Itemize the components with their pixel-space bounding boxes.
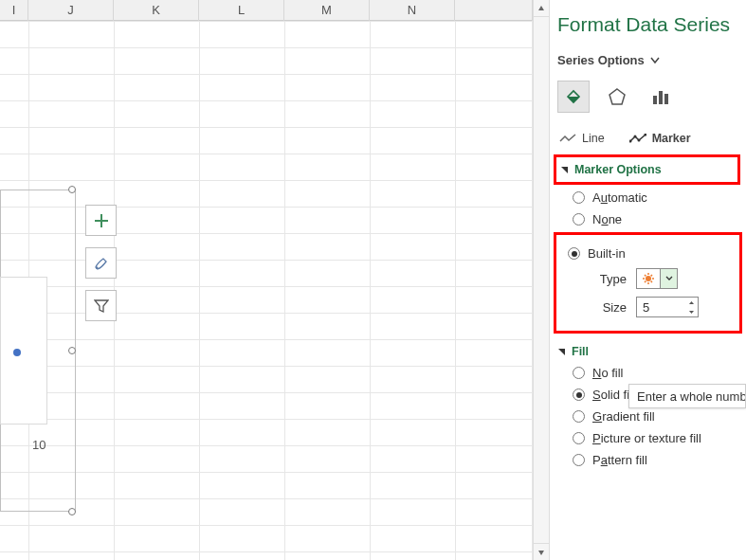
spreadsheet: I J K L M N — [0, 0, 533, 560]
chart-elements-button[interactable] — [85, 205, 117, 236]
radio-icon — [573, 367, 585, 379]
chevron-down-icon — [688, 310, 695, 315]
marker-none-label: None — [592, 212, 622, 226]
pentagon-icon — [608, 87, 627, 106]
svg-point-4 — [633, 135, 636, 138]
marker-type-label: Type — [591, 272, 627, 286]
marker-size-input[interactable]: 5 — [636, 297, 699, 317]
col-header-L[interactable]: L — [199, 0, 284, 21]
chart-plot-area[interactable] — [0, 277, 47, 425]
scroll-up-button[interactable] — [534, 0, 549, 17]
radio-icon — [573, 410, 585, 423]
size-decrement-button[interactable] — [684, 307, 698, 316]
paint-bucket-icon — [564, 87, 583, 106]
chart-handle[interactable] — [68, 186, 76, 193]
funnel-icon — [94, 298, 109, 314]
zigzag-marker-icon — [629, 134, 646, 143]
svg-rect-2 — [664, 94, 668, 104]
fill-no-fill-option[interactable]: No fill — [555, 362, 746, 384]
column-headers-row: I J K L M N — [0, 0, 533, 21]
fill-pattern-fill-label: Pattern fill — [592, 453, 647, 467]
marker-type-dropdown[interactable] — [636, 268, 678, 289]
line-tab-label: Line — [582, 132, 605, 145]
sunburst-marker-icon — [643, 273, 654, 284]
col-header-J[interactable]: J — [28, 0, 114, 21]
col-header-N[interactable]: N — [370, 0, 455, 21]
marker-tab[interactable]: Marker — [629, 132, 691, 145]
marker-options-title: Marker Options — [574, 163, 662, 176]
fill-section-header[interactable]: Fill — [555, 341, 746, 362]
fill-gradient-fill-label: Gradient fill — [592, 409, 655, 424]
plus-icon — [94, 213, 109, 228]
col-header-I[interactable]: I — [0, 0, 28, 21]
chevron-down-icon — [650, 57, 660, 64]
fill-and-line-tab-icon[interactable] — [557, 81, 590, 113]
fill-title: Fill — [572, 345, 589, 358]
vertical-scrollbar[interactable] — [533, 0, 550, 560]
series-options-dropdown[interactable]: Series Options — [557, 53, 746, 67]
marker-none-option[interactable]: None — [555, 208, 746, 230]
size-increment-button[interactable] — [684, 298, 698, 307]
format-data-series-pane: Format Data Series Series Options — [550, 0, 746, 560]
fill-no-fill-label: No fill — [592, 366, 624, 380]
svg-rect-0 — [653, 96, 657, 104]
radio-icon — [573, 191, 585, 204]
marker-options-section-header[interactable]: Marker Options — [558, 159, 736, 180]
chart-filters-button[interactable] — [85, 290, 117, 321]
marker-type-preview — [637, 269, 660, 288]
marker-tab-label: Marker — [652, 132, 691, 145]
radio-icon — [573, 213, 585, 226]
radio-icon-checked — [573, 388, 585, 401]
radio-icon — [573, 432, 585, 444]
fill-gradient-fill-option[interactable]: Gradient fill — [555, 406, 746, 427]
col-header-K[interactable]: K — [114, 0, 199, 21]
fill-picture-texture-label: Picture or texture fill — [592, 431, 701, 445]
chevron-up-icon — [688, 300, 695, 305]
marker-builtin-option[interactable]: Built-in — [562, 243, 734, 264]
scroll-down-button[interactable] — [534, 543, 549, 560]
collapse-triangle-icon — [560, 166, 569, 174]
chart-handle[interactable] — [68, 347, 76, 354]
chart-axis-tick-label: 10 — [32, 438, 45, 452]
bar-chart-icon — [651, 87, 670, 106]
effects-tab-icon[interactable] — [601, 81, 633, 113]
chart-handle[interactable] — [68, 508, 76, 515]
marker-builtin-label: Built-in — [588, 246, 626, 261]
col-header-M[interactable]: M — [284, 0, 370, 21]
fill-pattern-fill-option[interactable]: Pattern fill — [555, 449, 746, 471]
svg-rect-1 — [659, 91, 663, 104]
svg-point-5 — [637, 139, 640, 142]
chart-styles-button[interactable] — [85, 247, 117, 279]
marker-automatic-option[interactable]: Automatic — [555, 187, 746, 208]
size-tooltip: Enter a whole number — [628, 384, 746, 408]
svg-point-7 — [646, 276, 651, 281]
marker-automatic-label: Automatic — [592, 190, 647, 205]
grid[interactable] — [0, 21, 533, 560]
radio-icon-checked — [568, 247, 580, 260]
marker-size-label: Size — [591, 300, 627, 315]
radio-icon — [573, 454, 585, 466]
paintbrush-icon — [94, 256, 109, 271]
series-options-tab-icon[interactable] — [645, 81, 677, 113]
pane-title: Format Data Series — [557, 13, 746, 36]
marker-type-dropdown-arrow[interactable] — [660, 269, 677, 288]
collapse-triangle-icon — [557, 348, 566, 356]
chart-data-point — [13, 349, 21, 356]
fill-picture-texture-option[interactable]: Picture or texture fill — [555, 427, 746, 449]
series-options-label: Series Options — [557, 53, 645, 67]
chevron-down-icon — [665, 276, 673, 281]
marker-size-value: 5 — [643, 300, 649, 315]
zigzag-line-icon — [559, 134, 576, 143]
line-tab[interactable]: Line — [559, 132, 605, 145]
